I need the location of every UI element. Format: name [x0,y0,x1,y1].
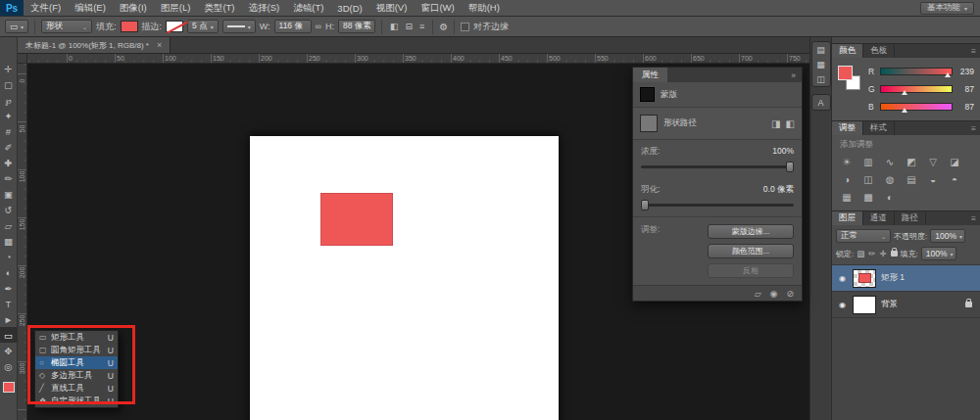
tab-adjustments[interactable]: 调整 [832,121,863,135]
color-lookup-icon[interactable]: ◒ [926,172,940,186]
left-ruler[interactable]: 050100150200250300 [18,64,27,420]
R-channel-value[interactable]: 239 [956,67,974,76]
photo-filter-icon[interactable]: ◍ [883,172,897,186]
feather-slider[interactable] [641,204,794,207]
red-rectangle-shape[interactable] [320,193,393,246]
tool-type-tool[interactable]: T [0,296,18,311]
layer-row-rectangle-1[interactable]: ◉ 矩形 1 [832,265,980,292]
collapse-panel-icon[interactable]: » [785,68,802,82]
tool-quick-selection-tool[interactable]: ✦ [0,108,18,123]
menu-layer[interactable]: 图层(L) [154,0,198,16]
shape-path-thumbnail[interactable] [640,115,658,132]
load-selection-icon[interactable]: ▱ [755,289,761,299]
document-tab[interactable]: 未标题-1 @ 100%(矩形 1, RGB/8) * × [18,37,171,53]
B-channel-value[interactable]: 87 [956,102,974,112]
feather-slider-knob[interactable] [641,200,649,210]
menu-window[interactable]: 窗口(W) [414,0,461,16]
link-dimensions-icon[interactable]: ∞ [316,22,321,31]
align-edges-checkbox[interactable] [461,23,469,31]
layer-thumbnail[interactable] [853,296,876,314]
color-range-button[interactable]: 颜色范围... [708,244,794,258]
tool-zoom-tool[interactable]: ◎ [0,358,18,374]
gear-icon[interactable]: ⚙ [439,22,448,32]
flyout-polygon-tool[interactable]: ◇ 多边形工具 U [35,369,118,382]
tool-move-tool[interactable]: ✛ [0,61,18,76]
mask-edge-button[interactable]: 蒙版边缘... [708,224,794,239]
brightness-contrast-icon[interactable]: ☀ [840,155,854,168]
stroke-swatch[interactable] [166,21,183,32]
mask-thumbnail[interactable] [640,87,655,102]
tool-eyedropper-tool[interactable]: ✐ [0,139,18,155]
path-alignment-icon[interactable]: ⊟ [403,22,415,31]
info-panel-icon[interactable]: ◫ [812,71,830,86]
tool-gradient-tool[interactable]: ▦ [0,233,18,249]
tool-mode-select[interactable]: 形状 ⌄ [41,20,92,33]
top-ruler[interactable]: 0501001502002503003504004505005506006507… [27,54,809,64]
tool-clone-stamp-tool[interactable]: ▣ [0,186,18,202]
tab-channels[interactable]: 通道 [863,211,895,225]
lock-all-icon[interactable] [891,251,898,257]
stroke-width-select[interactable]: 5 点 ▾ [187,20,219,33]
opacity-input[interactable]: 100% ▾ [930,229,965,243]
document-canvas[interactable] [250,136,559,420]
invert-icon[interactable]: ◓ [948,172,961,186]
menu-3d[interactable]: 3D(D) [330,0,368,16]
flyout-custom-shape-tool[interactable]: ❖ 自定形状工具 U [35,395,118,407]
invert-button[interactable]: 反相 [708,263,794,278]
stroke-style-select[interactable]: ▾ [222,20,256,33]
menu-select[interactable]: 选择(S) [242,0,287,16]
flyout-line-tool[interactable]: ╱ 直线工具 U [35,382,118,395]
lock-pixels-icon[interactable]: ✏ [868,249,875,258]
lock-transparency-icon[interactable]: ▨ [857,249,864,258]
fill-swatch[interactable] [121,21,138,32]
menu-help[interactable]: 帮助(H) [462,0,507,16]
tool-dodge-tool[interactable]: ◐ [0,264,18,280]
tool-blur-tool[interactable]: ◔ [0,249,18,264]
hue-saturation-icon[interactable]: ◪ [948,155,961,168]
shape-path-row[interactable]: 形状路径 ◨ ◧ [633,107,802,140]
density-slider-knob[interactable] [786,162,794,172]
ruler-corner[interactable] [18,54,27,64]
add-pixel-mask-icon[interactable]: ◨ [771,118,780,129]
menu-filter[interactable]: 滤镜(T) [286,0,330,16]
panel-menu-icon[interactable]: ≡ [967,211,980,225]
character-panel-icon[interactable]: A [812,95,830,110]
G-channel-slider[interactable] [880,85,953,93]
mask-row[interactable]: 蒙版 [633,82,802,107]
eye-icon[interactable]: ◉ [837,274,848,283]
close-icon[interactable]: × [157,40,162,50]
black-white-icon[interactable]: ◫ [861,172,875,186]
tool-hand-tool[interactable]: ✥ [0,343,18,358]
tool-path-selection-tool[interactable]: ► [0,311,18,327]
B-channel-slider[interactable] [880,103,953,111]
tool-marquee-tool[interactable]: ▢ [0,76,18,92]
menu-edit[interactable]: 编辑(E) [68,0,113,16]
R-channel-slider[interactable] [880,68,953,75]
foreground-color[interactable] [838,66,853,80]
tool-shape-tool[interactable]: ▭ [0,327,18,343]
width-input[interactable]: 116 像 [274,20,312,33]
color-balance-icon[interactable]: ◑ [840,172,854,186]
path-arrange-icon[interactable]: ≡ [417,22,426,31]
threshold-icon[interactable]: ▩ [861,190,875,204]
tool-preset-picker[interactable]: ▭ ▾ [5,20,28,33]
history-panel-icon[interactable]: ▤ [812,42,830,57]
mask-visibility-icon[interactable]: ◉ [770,289,778,299]
tool-crop-tool[interactable]: # [0,123,18,139]
height-input[interactable]: 88 像素 [338,20,375,33]
flyout-rectangle-tool[interactable]: ▭ 矩形工具 U [35,331,118,344]
layer-thumbnail[interactable] [853,269,876,288]
tab-color[interactable]: 颜色 [832,44,863,58]
tab-paths[interactable]: 路径 [895,211,926,225]
menu-image[interactable]: 图像(I) [113,0,154,16]
swatches-panel-icon[interactable]: ▦ [812,57,830,71]
flyout-ellipse-tool[interactable]: ○ 椭圆工具 U [35,356,118,369]
density-slider[interactable] [641,165,794,168]
tab-styles[interactable]: 样式 [863,121,895,135]
panel-menu-icon[interactable]: ≡ [967,121,980,135]
fill-input[interactable]: 100% ▾ [921,247,956,260]
foreground-color-swatch[interactable] [3,382,15,393]
levels-icon[interactable]: ▥ [861,155,875,168]
tool-eraser-tool[interactable]: ▱ [0,217,18,233]
add-vector-mask-icon[interactable]: ◧ [786,118,795,129]
